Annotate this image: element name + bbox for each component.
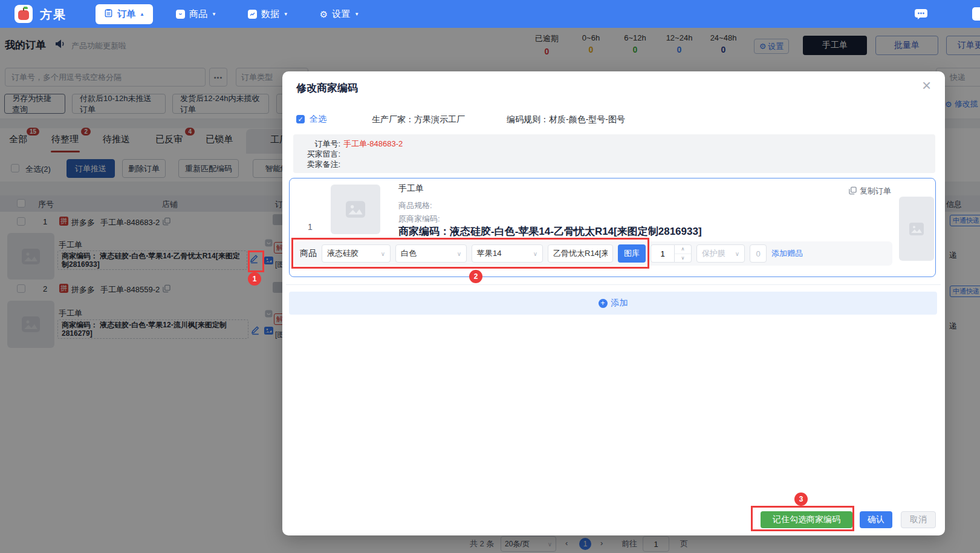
annotation-step1: 1 bbox=[248, 272, 261, 286]
bag-icon bbox=[176, 10, 185, 19]
nav-tab-label: 商品 bbox=[189, 8, 207, 20]
annotation-step3: 3 bbox=[794, 492, 808, 506]
quantity-input[interactable] bbox=[651, 244, 675, 263]
nav-tab-orders[interactable]: 订单 ▲ bbox=[96, 4, 153, 24]
item-number: 1 bbox=[308, 222, 313, 232]
seller-note-label: 卖家备注: bbox=[302, 159, 340, 169]
film-qty-input bbox=[750, 244, 767, 263]
app-logo[interactable] bbox=[15, 5, 33, 23]
nav-tab-label: 数据 bbox=[261, 8, 279, 20]
order-no-value: 手工单-848683-2 bbox=[343, 139, 403, 149]
code-rule-info: 编码规则：材质-颜色-型号-图号 bbox=[507, 114, 625, 125]
annotation-box-step2 bbox=[291, 238, 649, 269]
protective-film-select[interactable]: 保护膜∨ bbox=[696, 244, 745, 263]
add-item-button[interactable]: + 添加 bbox=[289, 292, 937, 315]
top-nav-tabs: 订单 ▲ 商品 ▼ 数据 ▼ ⚙ 设置 ▼ bbox=[96, 3, 368, 25]
gear-icon: ⚙ bbox=[320, 10, 328, 19]
nav-tab-label: 设置 bbox=[332, 8, 350, 20]
item-orig-code-label: 原商家编码: bbox=[398, 214, 440, 224]
confirm-button[interactable]: 确认 bbox=[860, 511, 892, 528]
copy-icon bbox=[849, 186, 857, 197]
annotation-step2: 2 bbox=[469, 270, 482, 283]
checkbox-checked-icon[interactable]: ✓ bbox=[296, 115, 305, 123]
caret-down-icon: ∨ bbox=[735, 250, 739, 257]
modal-select-all[interactable]: ✓ 全选 bbox=[296, 114, 326, 125]
chat-bubble-icon[interactable] bbox=[914, 8, 928, 22]
nav-tab-data[interactable]: 数据 ▼ bbox=[239, 4, 297, 24]
close-icon[interactable]: × bbox=[922, 76, 931, 95]
order-no-label: 订单号: bbox=[302, 139, 340, 149]
item-spec-label: 商品规格: bbox=[398, 200, 432, 211]
caret-down-icon: ▼ bbox=[212, 11, 216, 17]
caret-up-icon: ▲ bbox=[140, 11, 144, 17]
item-type: 手工单 bbox=[398, 183, 424, 194]
quantity-down-button[interactable]: ∨ bbox=[675, 254, 691, 263]
top-nav-bar: 方果 订单 ▲ 商品 ▼ 数据 ▼ ⚙ 设置 ▼ bbox=[0, 0, 980, 28]
apple-logo-icon bbox=[18, 10, 29, 20]
quantity-stepper: ∧ ∨ bbox=[651, 244, 692, 263]
stepper-buttons: ∧ ∨ bbox=[675, 244, 692, 263]
clipboard-icon bbox=[104, 8, 113, 19]
nav-tab-products[interactable]: 商品 ▼ bbox=[167, 4, 225, 24]
caret-down-icon: ▼ bbox=[284, 11, 288, 17]
brand-name: 方果 bbox=[40, 7, 67, 23]
item-image-placeholder[interactable] bbox=[331, 185, 380, 234]
modal-meta-row: ✓ 全选 生产厂家：方果演示工厂 编码规则：材质-颜色-型号-图号 bbox=[282, 114, 945, 126]
modal-title: 修改商家编码 bbox=[296, 81, 358, 95]
order-info-box: 订单号:手工单-848683-2 买家留言: 卖家备注: bbox=[293, 134, 935, 173]
app-screen: 方果 订单 ▲ 商品 ▼ 数据 ▼ ⚙ 设置 ▼ bbox=[0, 0, 980, 553]
quantity-up-button[interactable]: ∧ bbox=[675, 245, 691, 254]
nav-tab-settings[interactable]: ⚙ 设置 ▼ bbox=[311, 4, 368, 24]
copy-order-link[interactable]: 复制订单 bbox=[849, 186, 891, 197]
annotation-box-step1 bbox=[248, 250, 264, 272]
chart-icon bbox=[248, 10, 257, 19]
buyer-message-label: 买家留言: bbox=[302, 149, 340, 159]
annotation-box-step3 bbox=[751, 506, 854, 531]
cancel-button[interactable]: 取消 bbox=[901, 511, 936, 528]
partial-toolbar-icon[interactable] bbox=[972, 7, 980, 21]
edit-merchant-code-modal: 修改商家编码 × ✓ 全选 生产厂家：方果演示工厂 编码规则：材质-颜色-型号-… bbox=[282, 71, 945, 535]
section-divider bbox=[286, 284, 941, 285]
add-gift-link[interactable]: 添加赠品 bbox=[771, 248, 803, 259]
nav-tab-label: 订单 bbox=[117, 8, 135, 20]
plus-circle-icon: + bbox=[599, 299, 608, 308]
caret-down-icon: ▼ bbox=[354, 11, 359, 17]
item-side-image-placeholder[interactable] bbox=[899, 197, 934, 261]
item-merchant-code: 商家编码：液态硅胶-白色-苹果14-乙骨忧太R14[来图定制2816933] bbox=[398, 224, 702, 238]
factory-info: 生产厂家：方果演示工厂 bbox=[372, 114, 465, 125]
